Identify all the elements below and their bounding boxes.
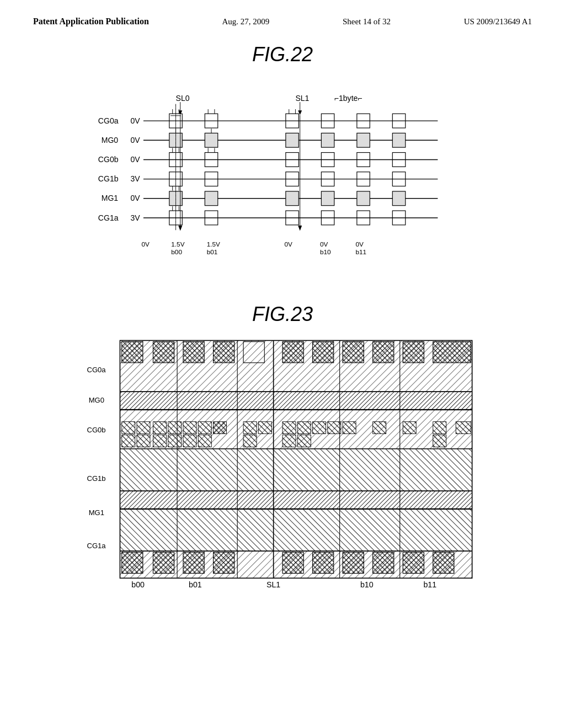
svg-text:CG1a: CG1a xyxy=(87,542,106,550)
svg-text:0V: 0V xyxy=(320,240,328,248)
svg-rect-137 xyxy=(373,422,386,434)
svg-text:SL1: SL1 xyxy=(295,94,309,103)
svg-rect-114 xyxy=(313,342,334,363)
svg-rect-117 xyxy=(403,342,424,363)
fig23-title: FIG.23 xyxy=(84,303,481,326)
svg-rect-64 xyxy=(321,133,334,147)
svg-rect-164 xyxy=(313,553,334,574)
svg-text:b01: b01 xyxy=(189,580,202,589)
svg-rect-110 xyxy=(183,342,204,363)
svg-rect-163 xyxy=(282,553,303,574)
svg-rect-127 xyxy=(183,422,196,434)
svg-rect-154 xyxy=(120,491,472,509)
svg-text:MG1: MG1 xyxy=(89,508,104,517)
svg-rect-125 xyxy=(153,422,166,434)
svg-rect-111 xyxy=(214,342,234,363)
svg-rect-57 xyxy=(286,133,299,147)
svg-rect-108 xyxy=(122,342,143,363)
svg-rect-135 xyxy=(328,422,341,434)
svg-rect-149 xyxy=(297,435,311,447)
svg-rect-113 xyxy=(282,342,303,363)
svg-rect-139 xyxy=(433,422,446,434)
svg-text:MG0: MG0 xyxy=(102,136,119,144)
svg-rect-144 xyxy=(168,435,182,447)
svg-marker-92 xyxy=(298,226,302,231)
svg-rect-126 xyxy=(168,422,182,434)
svg-rect-162 xyxy=(214,553,234,574)
svg-marker-91 xyxy=(178,226,182,231)
svg-text:1.5V: 1.5V xyxy=(207,240,220,248)
svg-text:0V: 0V xyxy=(141,240,150,248)
svg-rect-115 xyxy=(343,342,364,363)
svg-rect-161 xyxy=(183,553,204,574)
svg-rect-168 xyxy=(433,553,454,574)
svg-rect-131 xyxy=(258,422,271,434)
svg-rect-165 xyxy=(343,553,364,574)
svg-text:0V: 0V xyxy=(355,240,364,248)
svg-text:CG0b: CG0b xyxy=(98,155,119,164)
page-header: Patent Application Publication Aug. 27, … xyxy=(0,0,565,26)
svg-rect-142 xyxy=(137,435,150,447)
fig23-container: FIG.23 xyxy=(84,303,481,592)
svg-text:3V: 3V xyxy=(130,174,140,183)
svg-text:0V: 0V xyxy=(130,136,140,144)
svg-text:b11: b11 xyxy=(355,248,366,255)
fig23-diagram: CG0a MG0 CG0b CG1b MG1 CG1a xyxy=(84,331,481,590)
svg-rect-167 xyxy=(403,553,424,574)
patent-number: US 2009/213649 A1 xyxy=(464,17,532,26)
publication-title: Patent Application Publication xyxy=(33,17,149,26)
svg-text:0V: 0V xyxy=(285,240,293,248)
svg-rect-109 xyxy=(153,342,174,363)
svg-rect-152 xyxy=(120,449,472,491)
svg-rect-133 xyxy=(297,422,311,434)
svg-text:CG0a: CG0a xyxy=(98,116,119,125)
svg-text:MG0: MG0 xyxy=(89,396,104,404)
svg-rect-129 xyxy=(214,422,227,434)
svg-rect-128 xyxy=(198,422,211,434)
svg-text:b10: b10 xyxy=(360,580,374,589)
svg-rect-143 xyxy=(153,435,166,447)
svg-rect-60 xyxy=(286,191,299,206)
fig22-title: FIG.22 xyxy=(95,43,470,66)
svg-rect-76 xyxy=(392,133,405,147)
svg-rect-159 xyxy=(122,553,143,574)
svg-rect-145 xyxy=(183,435,196,447)
svg-rect-160 xyxy=(153,553,174,574)
svg-rect-140 xyxy=(456,422,471,434)
figures-area: FIG.22 .label { font-family: Arial, sans… xyxy=(0,26,565,603)
publication-date: Aug. 27, 2009 xyxy=(222,17,269,26)
svg-rect-134 xyxy=(313,422,326,434)
svg-rect-120 xyxy=(120,392,472,410)
svg-text:b01: b01 xyxy=(207,248,218,255)
svg-text:b10: b10 xyxy=(320,248,331,255)
svg-rect-123 xyxy=(122,422,135,434)
svg-rect-70 xyxy=(357,133,370,147)
svg-rect-130 xyxy=(243,422,257,434)
svg-rect-124 xyxy=(137,422,150,434)
svg-rect-156 xyxy=(120,509,472,551)
svg-rect-118 xyxy=(433,342,471,363)
svg-text:1.5V: 1.5V xyxy=(171,240,184,248)
fig22-container: FIG.22 .label { font-family: Arial, sans… xyxy=(95,43,470,281)
svg-rect-136 xyxy=(343,422,356,434)
svg-text:0V: 0V xyxy=(130,116,140,125)
svg-text:SL0: SL0 xyxy=(176,94,190,103)
svg-text:0V: 0V xyxy=(130,194,140,202)
svg-rect-116 xyxy=(373,342,394,363)
svg-text:3V: 3V xyxy=(130,213,140,222)
svg-text:CG0a: CG0a xyxy=(87,366,106,374)
svg-text:CG1b: CG1b xyxy=(87,474,105,483)
svg-rect-141 xyxy=(122,435,135,447)
sheet-info: Sheet 14 of 32 xyxy=(343,17,391,26)
svg-rect-150 xyxy=(433,435,446,447)
fig22-diagram: .label { font-family: Arial, sans-serif;… xyxy=(95,72,470,279)
svg-rect-79 xyxy=(392,191,405,206)
svg-text:0V: 0V xyxy=(130,155,140,164)
svg-rect-148 xyxy=(282,435,296,447)
svg-text:CG1a: CG1a xyxy=(98,213,119,222)
svg-rect-166 xyxy=(373,553,394,574)
svg-text:CG0b: CG0b xyxy=(87,426,105,434)
svg-text:b11: b11 xyxy=(423,580,436,589)
svg-rect-50 xyxy=(205,191,217,206)
svg-rect-67 xyxy=(321,191,334,206)
